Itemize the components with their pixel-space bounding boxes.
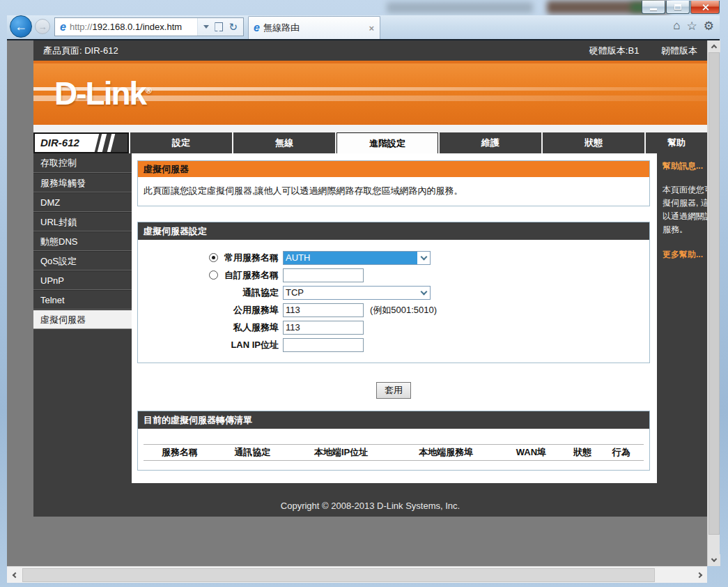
custom-service-label: 自訂服務名稱 <box>224 269 279 282</box>
help-text-line: 以通過網關訪問 <box>663 210 707 223</box>
form-row-common-service: 常用服務名稱 AUTH <box>138 249 649 266</box>
settings-form: 常用服務名稱 AUTH <box>138 240 649 363</box>
copyright-text: Copyright © 2008-2013 D-Link Systems, In… <box>281 501 460 511</box>
sidebar-item-upnp[interactable]: UPnP <box>33 270 132 290</box>
address-bar[interactable]: e http://192.168.0.1/index.htm ↻ <box>54 17 244 36</box>
protocol-label: 通訊協定 <box>242 287 279 299</box>
scroll-left-button[interactable] <box>7 567 21 584</box>
model-badge: DIR-612 <box>33 132 129 153</box>
forwarding-table-header: 服務名稱 通訊協定 本地端IP位址 本地端服務埠 WAN埠 狀態 行為 <box>144 444 644 461</box>
public-port-hint: (例如5001:5010) <box>370 304 437 317</box>
tab-maintenance[interactable]: 維護 <box>440 132 541 153</box>
col-action: 行為 <box>601 446 641 459</box>
sidebar-item-port-trigger[interactable]: 服務埠觸發 <box>33 173 132 192</box>
sidebar-item-dmz[interactable]: DMZ <box>33 192 132 212</box>
protocol-select[interactable]: TCP <box>283 286 431 300</box>
browser-tab[interactable]: e 無線路由 × <box>248 16 380 39</box>
settings-box: 虛擬伺服器設定 常用服務名稱 AUTH <box>137 222 650 363</box>
apply-button[interactable]: 套用 <box>376 382 411 399</box>
tab-setup[interactable]: 設定 <box>130 132 232 153</box>
chevron-down-icon <box>420 288 427 295</box>
scroll-right-button[interactable] <box>693 567 707 584</box>
help-text-line: 本頁面使您可以 <box>663 183 707 197</box>
scroll-down-button[interactable] <box>708 554 720 566</box>
sidebar-item-ddns[interactable]: 動態DNS <box>33 231 132 251</box>
protocol-value: TCP <box>284 287 417 299</box>
form-row-custom-service: 自訂服務名稱 <box>138 266 649 284</box>
registered-mark: ® <box>146 86 152 96</box>
col-status: 狀態 <box>564 446 601 459</box>
vertical-scrollbar[interactable] <box>707 40 720 566</box>
tab-status[interactable]: 狀態 <box>543 132 644 153</box>
common-service-value: AUTH <box>284 252 417 264</box>
form-row-protocol: 通訊協定 TCP <box>138 284 649 301</box>
url-dropdown-icon[interactable] <box>203 25 209 29</box>
minimize-button[interactable] <box>642 1 665 14</box>
public-port-label: 公用服務埠 <box>233 304 279 317</box>
tabstrip-gap <box>33 125 707 132</box>
form-row-private-port: 私人服務埠 <box>138 319 649 336</box>
model-name: DIR-612 <box>40 137 79 148</box>
forwarding-list-body: 服務名稱 通訊協定 本地端IP位址 本地端服務埠 WAN埠 狀態 行為 <box>138 429 649 470</box>
version-info: 硬體版本:B1 韌體版本 <box>570 45 697 57</box>
select-dropdown-button[interactable] <box>417 291 430 294</box>
intro-box: 虛擬伺服器 此頁面讓您設定虛擬伺服器,讓他人可以透過網際網路存取您區域網路內的服… <box>137 160 650 206</box>
horizontal-scrollbar[interactable] <box>7 566 707 583</box>
dlink-logo: D-Link® <box>54 75 152 112</box>
product-page-title: 產品頁面: DIR-612 <box>43 45 118 57</box>
form-row-lan-ip: LAN IP位址 <box>138 336 649 353</box>
back-arrow-icon: ← <box>15 20 27 34</box>
public-port-input[interactable] <box>283 303 364 317</box>
settings-gear-icon[interactable]: ⚙ <box>704 19 714 33</box>
scroll-up-button[interactable] <box>708 40 720 52</box>
sidebar-item-url-block[interactable]: URL封鎖 <box>33 212 132 231</box>
sidebar-menu: 存取控制 服務埠觸發 DMZ URL封鎖 動態DNS QoS設定 UPnP Te… <box>33 153 132 483</box>
refresh-icon[interactable]: ↻ <box>229 21 238 33</box>
tab-favicon-icon: e <box>254 22 260 34</box>
forward-button[interactable]: → <box>35 19 50 34</box>
close-button[interactable] <box>690 1 720 14</box>
help-title: 幫助訊息... <box>663 160 707 172</box>
common-service-radio[interactable] <box>209 253 218 262</box>
common-service-select[interactable]: AUTH <box>283 251 431 265</box>
back-button[interactable]: ← <box>10 15 32 38</box>
select-dropdown-button[interactable] <box>417 257 430 259</box>
favorites-star-icon[interactable]: ☆ <box>687 19 697 33</box>
forwarding-list-title: 目前的虛擬伺服器轉傳清單 <box>138 411 649 429</box>
horizontal-scrollbar-thumb[interactable] <box>22 568 655 582</box>
custom-service-input[interactable] <box>283 268 364 282</box>
tab-advanced[interactable]: 進階設定 <box>336 132 438 153</box>
vertical-scrollbar-thumb[interactable] <box>708 52 720 535</box>
address-tools: ↻ <box>197 18 243 36</box>
hardware-version: 硬體版本:B1 <box>589 45 640 56</box>
chevron-left-icon <box>12 572 17 578</box>
col-local-port: 本地端服務埠 <box>394 446 499 459</box>
intro-description: 此頁面讓您設定虛擬伺服器,讓他人可以透過網際網路存取您區域網路內的服務。 <box>138 177 649 206</box>
tab-close-icon[interactable]: × <box>369 23 374 33</box>
home-icon[interactable]: ⌂ <box>673 19 680 33</box>
url-text[interactable]: http://192.168.0.1/index.htm <box>70 22 198 32</box>
col-wan-port: WAN埠 <box>499 446 564 459</box>
compatibility-view-icon[interactable] <box>215 22 223 31</box>
window-controls <box>642 1 720 14</box>
col-protocol: 通訊協定 <box>216 446 288 459</box>
private-port-input[interactable] <box>283 321 364 335</box>
chevron-up-icon <box>711 45 717 50</box>
tab-help[interactable]: 幫助 <box>646 132 707 153</box>
brand-banner: D-Link® <box>33 63 707 125</box>
chevron-down-icon <box>711 556 717 562</box>
forward-arrow-icon: → <box>38 22 47 32</box>
sidebar-item-telnet[interactable]: Telnet <box>33 290 132 310</box>
chevron-right-icon <box>696 572 702 578</box>
content-area: 虛擬伺服器 此頁面讓您設定虛擬伺服器,讓他人可以透過網際網路存取您區域網路內的服… <box>132 153 656 483</box>
sidebar-item-virtual-server[interactable]: 虛擬伺服器 <box>33 310 132 329</box>
custom-service-radio[interactable] <box>209 270 218 280</box>
sidebar-item-access-control[interactable]: 存取控制 <box>33 153 132 173</box>
more-help-link[interactable]: 更多幫助... <box>663 249 707 261</box>
sidebar-item-qos[interactable]: QoS設定 <box>33 251 132 270</box>
maximize-button[interactable] <box>666 1 690 14</box>
browser-window: ← → e http://192.168.0.1/index.htm ↻ e 無… <box>0 0 728 587</box>
col-service-name: 服務名稱 <box>144 446 216 459</box>
lan-ip-input[interactable] <box>283 338 364 352</box>
tab-wireless[interactable]: 無線 <box>233 132 335 153</box>
